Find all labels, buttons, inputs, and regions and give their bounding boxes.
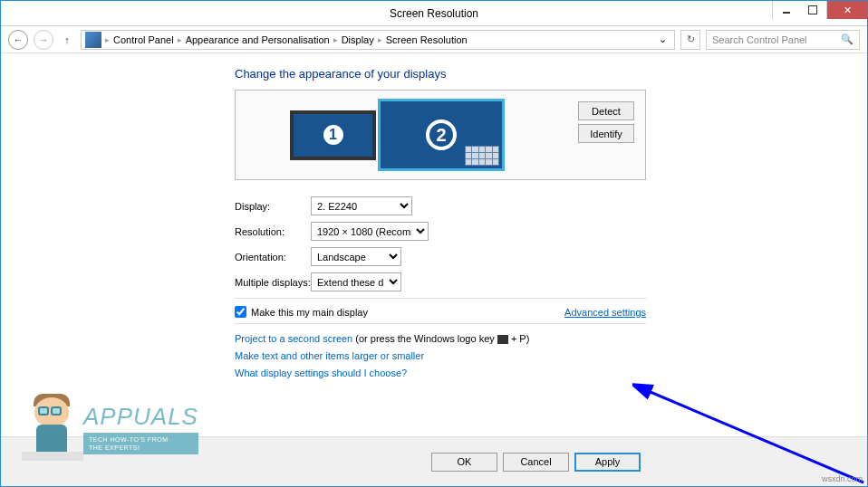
text-size-line: Make text and other items larger or smal… (235, 350, 867, 361)
breadcrumb[interactable]: ▸ Control Panel ▸ Appearance and Persona… (81, 30, 675, 50)
resolution-label: Resolution: (235, 226, 311, 237)
setting-row: Orientation: Landscape (235, 247, 867, 266)
resolution-select[interactable]: 1920 × 1080 (Recommended) (311, 222, 429, 241)
main-display-label: Make this my main display (251, 307, 368, 318)
search-placeholder: Search Control Panel (712, 34, 807, 45)
separator (235, 298, 646, 299)
search-input[interactable]: Search Control Panel 🔍 (706, 30, 860, 50)
project-second-screen-link[interactable]: Project to a second screen (235, 333, 352, 344)
refresh-button[interactable]: ↻ (680, 30, 700, 50)
navigation-bar: ← → ↑ ▸ Control Panel ▸ Appearance and P… (1, 26, 867, 53)
windows-key-icon (497, 335, 508, 344)
text-size-link[interactable]: Make text and other items larger or smal… (235, 350, 424, 361)
main-display-checkbox[interactable] (235, 306, 246, 318)
content-area: Change the appearance of your displays 1… (1, 53, 867, 436)
display-side-buttons: Detect Identify (578, 101, 634, 143)
titlebar: Screen Resolution (1, 1, 867, 26)
minimize-button[interactable] (772, 1, 799, 19)
window-buttons (772, 1, 867, 19)
watermark-text: APPUALS TECH HOW-TO'S FROM THE EXPERTS! (83, 403, 198, 454)
identify-button[interactable]: Identify (578, 124, 634, 143)
advanced-settings-link[interactable]: Advanced settings (564, 307, 646, 318)
watermark: APPUALS TECH HOW-TO'S FROM THE EXPERTS! (18, 390, 198, 467)
credit-text: wsxdn.com (822, 474, 863, 483)
what-settings-line: What display settings should I choose? (235, 368, 867, 378)
help-links: Project to a second screen (or press the… (235, 333, 867, 378)
mascot-icon (18, 390, 82, 467)
apply-button[interactable]: Apply (574, 453, 641, 472)
chevron-right-icon: ▸ (378, 35, 382, 44)
setting-row: Resolution: 1920 × 1080 (Recommended) (235, 222, 867, 241)
chevron-right-icon: ▸ (178, 35, 182, 44)
main-display-row: Make this my main display Advanced setti… (235, 306, 646, 318)
orientation-select[interactable]: Landscape (311, 247, 401, 266)
project-plus-text: + P) (508, 333, 530, 344)
cancel-button[interactable]: Cancel (503, 453, 569, 472)
display-label: Display: (235, 201, 311, 212)
window-title: Screen Resolution (1, 7, 867, 20)
display-select[interactable]: 2. E2240 (311, 196, 412, 215)
project-suffix-text: (or press the Windows logo key (352, 333, 497, 344)
close-button[interactable] (826, 1, 867, 19)
brand-name: APPUALS (83, 403, 198, 431)
monitor-number: 1 (321, 122, 346, 148)
setting-row: Display: 2. E2240 (235, 196, 867, 215)
detect-button[interactable]: Detect (578, 101, 634, 120)
settings-form: Display: 2. E2240 Resolution: 1920 × 108… (235, 196, 867, 378)
orientation-label: Orientation: (235, 252, 311, 263)
chevron-right-icon: ▸ (333, 35, 338, 44)
display-arrangement[interactable]: 1 2 Detect Identify (235, 90, 646, 180)
breadcrumb-item[interactable]: Display (342, 34, 374, 45)
brand-tagline: TECH HOW-TO'S FROM THE EXPERTS! (83, 433, 198, 454)
monitor-number: 2 (426, 119, 457, 150)
chevron-down-icon[interactable]: ⌄ (655, 33, 670, 45)
what-settings-link[interactable]: What display settings should I choose? (235, 368, 407, 378)
ok-button[interactable]: OK (431, 453, 497, 472)
maximize-button[interactable] (799, 1, 826, 19)
breadcrumb-item[interactable]: Appearance and Personalisation (186, 34, 330, 45)
breadcrumb-item[interactable]: Control Panel (113, 34, 174, 45)
setting-row: Multiple displays: Extend these displays (235, 272, 867, 291)
chevron-right-icon: ▸ (105, 35, 110, 44)
multiple-displays-label: Multiple displays: (235, 277, 311, 288)
monitor-2[interactable]: 2 (378, 99, 505, 171)
breadcrumb-item[interactable]: Screen Resolution (386, 34, 468, 45)
separator (235, 323, 646, 324)
control-panel-icon (85, 32, 101, 48)
back-button[interactable]: ← (8, 30, 28, 50)
search-icon: 🔍 (841, 33, 854, 45)
project-line: Project to a second screen (or press the… (235, 333, 867, 344)
multiple-displays-select[interactable]: Extend these displays (311, 272, 401, 291)
taskbar-icon (465, 146, 499, 166)
forward-button: → (34, 30, 53, 50)
page-heading: Change the appearance of your displays (235, 67, 867, 81)
up-button[interactable]: ↑ (59, 32, 75, 48)
monitor-1[interactable]: 1 (290, 110, 376, 160)
